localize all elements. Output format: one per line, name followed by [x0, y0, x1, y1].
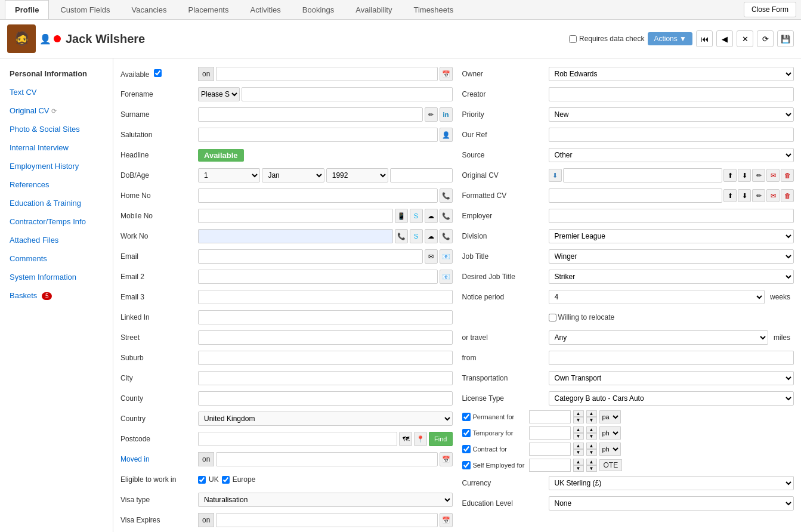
- permanent-down2-btn[interactable]: ▼: [586, 417, 597, 423]
- our-ref-input[interactable]: 00016: [549, 128, 794, 142]
- dob-year-select[interactable]: 1992: [326, 168, 388, 183]
- nav-first-button[interactable]: ⏮: [696, 30, 713, 47]
- permanent-unit-select[interactable]: pa: [599, 410, 621, 423]
- temporary-down-btn[interactable]: ▼: [573, 433, 584, 440]
- mobile-skype-btn[interactable]: S: [410, 209, 423, 223]
- nav-close-button[interactable]: ✕: [737, 30, 753, 47]
- formatted-cv-upload-btn[interactable]: ⬆: [723, 189, 737, 202]
- tab-timesheets[interactable]: Timesheets: [403, 0, 463, 19]
- work-phone-btn[interactable]: 📞: [395, 229, 408, 243]
- salutation-input[interactable]: Hello: [198, 128, 438, 142]
- or-travel-select[interactable]: Any: [549, 330, 768, 345]
- sidebar-item-attached-files[interactable]: Attached Files: [0, 231, 113, 249]
- surname-input[interactable]: Wilshere: [198, 107, 423, 122]
- formatted-cv-edit-btn[interactable]: ✏: [752, 189, 765, 202]
- city-input[interactable]: Guildford: [198, 371, 453, 385]
- available-checkbox[interactable]: [154, 69, 162, 77]
- email-input[interactable]: Football@chameleoni1.com: [198, 249, 423, 264]
- nav-prev-button[interactable]: ◀: [716, 30, 733, 47]
- work-no-input[interactable]: 01483 600370: [198, 229, 393, 243]
- email2-input[interactable]: Football2@chameleoni1.com: [198, 270, 438, 284]
- original-cv-delete-btn[interactable]: 🗑: [781, 169, 794, 182]
- job-title-select[interactable]: Winger: [549, 249, 794, 264]
- self-employed-up-btn[interactable]: ▲: [573, 459, 584, 465]
- contract-up-btn[interactable]: ▲: [573, 443, 584, 449]
- temporary-up-btn[interactable]: ▲: [573, 426, 584, 433]
- temporary-unit-select[interactable]: ph: [599, 426, 621, 440]
- postcode-pin-btn[interactable]: 📍: [414, 432, 427, 446]
- tab-profile[interactable]: Profile: [5, 0, 49, 19]
- original-cv-download-btn[interactable]: ⬇: [549, 169, 562, 182]
- nav-refresh-button[interactable]: ⟳: [757, 30, 774, 47]
- email-compose-btn[interactable]: ✉: [425, 249, 438, 264]
- dob-day-select[interactable]: 1: [198, 168, 260, 183]
- sidebar-item-employment-history[interactable]: Employment History: [0, 157, 113, 175]
- permanent-checkbox[interactable]: [462, 413, 471, 421]
- postcode-input[interactable]: GU1 3BJ: [198, 432, 397, 446]
- find-btn[interactable]: Find: [429, 432, 452, 446]
- sidebar-item-baskets[interactable]: Baskets 5: [0, 286, 113, 305]
- linkedin-input[interactable]: [198, 310, 453, 324]
- dob-month-select[interactable]: Jan: [262, 168, 324, 183]
- email3-input[interactable]: [198, 290, 453, 304]
- dob-age-input[interactable]: 28: [390, 168, 452, 183]
- contract-down-btn[interactable]: ▼: [573, 449, 584, 456]
- sidebar-item-education-training[interactable]: Education & Training: [0, 194, 113, 212]
- education-level-select[interactable]: None: [549, 496, 794, 511]
- nav-save-button[interactable]: 💾: [777, 30, 794, 47]
- division-select[interactable]: Premier League: [549, 229, 794, 243]
- street-input[interactable]: Cavendish House: [198, 330, 453, 345]
- requires-data-check-label[interactable]: Requires data check: [569, 35, 644, 43]
- temporary-checkbox[interactable]: [462, 429, 471, 437]
- sidebar-item-text-cv[interactable]: Text CV: [0, 83, 113, 101]
- sidebar-item-references[interactable]: References: [0, 175, 113, 194]
- desired-job-title-select[interactable]: Striker: [549, 270, 794, 284]
- sidebar-item-system-information[interactable]: System Information: [0, 268, 113, 286]
- eligible-europe-checkbox[interactable]: [222, 476, 230, 484]
- mobile-no-input[interactable]: 00201224815645: [198, 209, 393, 223]
- currency-select[interactable]: UK Sterling (£): [549, 476, 794, 490]
- formatted-cv-delete-btn[interactable]: 🗑: [781, 189, 794, 202]
- temporary-up2-btn[interactable]: ▲: [586, 426, 597, 433]
- work-skype-btn[interactable]: S: [410, 229, 423, 243]
- license-type-select[interactable]: Category B auto - Cars Auto: [549, 391, 794, 406]
- willing-relocate-checkbox[interactable]: [549, 314, 556, 321]
- tab-vacancies[interactable]: Vacancies: [122, 0, 177, 19]
- visa-type-select[interactable]: Naturalisation: [198, 493, 453, 507]
- requires-data-check-checkbox[interactable]: [569, 35, 577, 43]
- moved-in-calendar-btn[interactable]: 📅: [440, 452, 453, 466]
- sidebar-item-contractor-temps[interactable]: Contractor/Temps Info: [0, 212, 113, 231]
- contract-checkbox[interactable]: [462, 445, 471, 453]
- work-cloud-btn[interactable]: ☁: [425, 229, 438, 243]
- tab-custom-fields[interactable]: Custom Fields: [50, 0, 120, 19]
- permanent-up-btn[interactable]: ▲: [573, 410, 584, 417]
- temporary-input[interactable]: 10: [529, 426, 571, 440]
- suburb-input[interactable]: High Street: [198, 351, 453, 365]
- available-date-input[interactable]: 22-Oct-2012: [216, 67, 437, 81]
- visa-expires-input[interactable]: 31-Mar-2020: [216, 513, 437, 527]
- close-form-button[interactable]: Close Form: [744, 2, 796, 17]
- self-employed-input[interactable]: 0: [529, 459, 571, 472]
- owner-select[interactable]: Rob Edwards: [549, 67, 794, 81]
- employer-input[interactable]: Arsenal FC: [549, 209, 794, 223]
- original-cv-download2-btn[interactable]: ⬇: [738, 169, 751, 182]
- visa-expires-calendar-btn[interactable]: 📅: [440, 513, 453, 527]
- contract-input[interactable]: 10: [529, 443, 571, 456]
- surname-edit-btn[interactable]: ✏: [425, 107, 438, 122]
- sidebar-item-internal-interview[interactable]: Internal Interview: [0, 138, 113, 157]
- contract-down2-btn[interactable]: ▼: [586, 449, 597, 456]
- mobile-phone-btn[interactable]: 📞: [440, 209, 453, 223]
- from-input[interactable]: Stevenage [Hertfordshire]: [549, 351, 794, 365]
- formatted-cv-email-btn[interactable]: ✉: [766, 189, 780, 202]
- creator-input[interactable]: Joe Bloggs: [549, 87, 794, 101]
- original-cv-email-btn[interactable]: ✉: [766, 169, 780, 182]
- tab-availability[interactable]: Availability: [345, 0, 402, 19]
- original-cv-date-input[interactable]: 16-Jan-2019: [563, 168, 723, 183]
- home-no-input[interactable]: [198, 188, 438, 203]
- self-employed-up2-btn[interactable]: ▲: [586, 459, 597, 465]
- sidebar-item-photo-social[interactable]: Photo & Social Sites: [0, 120, 113, 138]
- sidebar-item-comments[interactable]: Comments: [0, 249, 113, 268]
- email-send-btn[interactable]: 📧: [440, 249, 453, 264]
- priority-select[interactable]: New: [549, 107, 794, 122]
- self-employed-down-btn[interactable]: ▼: [573, 465, 584, 472]
